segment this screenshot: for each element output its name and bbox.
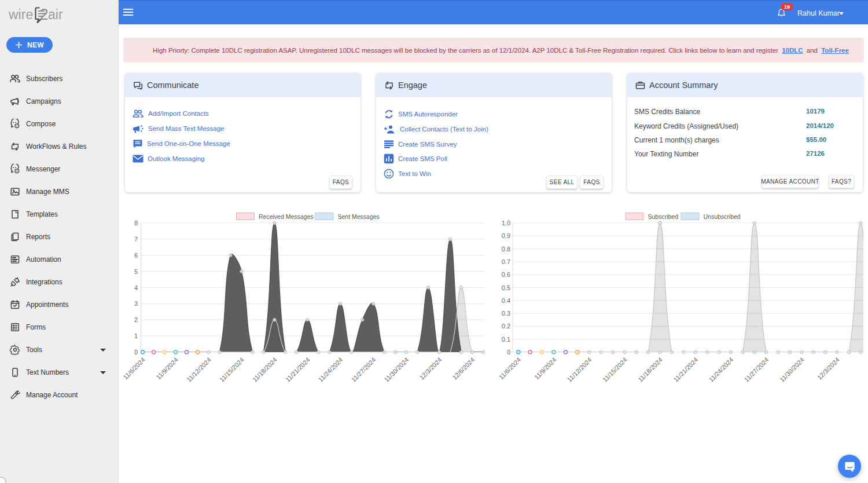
svg-text:12/3/2024: 12/3/2024: [418, 356, 443, 381]
svg-text:0.1: 0.1: [502, 336, 510, 343]
svg-text:7: 7: [134, 236, 138, 243]
svg-text:Sent Messages: Sent Messages: [338, 213, 380, 220]
svg-text:Subscribed: Subscribed: [648, 213, 679, 220]
svg-text:11/21/2024: 11/21/2024: [672, 356, 699, 383]
svg-text:12/6/2024: 12/6/2024: [451, 356, 476, 381]
svg-text:Unsubscribed: Unsubscribed: [704, 213, 741, 220]
svg-text:11/21/2024: 11/21/2024: [284, 356, 311, 383]
svg-text:11/30/2024: 11/30/2024: [778, 356, 806, 383]
svg-text:11/15/2024: 11/15/2024: [218, 356, 245, 383]
svg-text:0.8: 0.8: [502, 246, 510, 253]
svg-text:Received Messages: Received Messages: [259, 213, 314, 220]
svg-text:11/12/2024: 11/12/2024: [185, 356, 212, 383]
svg-text:1: 1: [134, 332, 138, 339]
svg-text:11/30/2024: 11/30/2024: [383, 356, 410, 383]
svg-text:11/15/2024: 11/15/2024: [601, 356, 628, 383]
svg-text:1.0: 1.0: [502, 219, 510, 226]
svg-text:4: 4: [134, 284, 138, 291]
svg-text:0: 0: [507, 349, 510, 356]
svg-text:11/6/2024: 11/6/2024: [498, 356, 523, 381]
svg-text:0.9: 0.9: [502, 232, 510, 239]
svg-text:3: 3: [134, 300, 138, 307]
svg-text:0.5: 0.5: [502, 284, 510, 291]
svg-text:0: 0: [134, 349, 138, 356]
svg-text:11/24/2024: 11/24/2024: [708, 356, 735, 383]
svg-text:0.6: 0.6: [502, 271, 510, 278]
svg-text:11/27/2024: 11/27/2024: [350, 356, 377, 383]
svg-text:0.2: 0.2: [502, 323, 510, 330]
svg-text:12/3/2024: 12/3/2024: [816, 356, 841, 381]
svg-text:11/9/2024: 11/9/2024: [533, 356, 558, 381]
svg-text:11/9/2024: 11/9/2024: [155, 356, 179, 381]
svg-text:11/27/2024: 11/27/2024: [743, 356, 770, 383]
svg-text:11/6/2024: 11/6/2024: [122, 356, 146, 381]
svg-text:0.4: 0.4: [502, 297, 510, 304]
svg-text:11/24/2024: 11/24/2024: [317, 356, 344, 383]
svg-text:6: 6: [134, 252, 138, 259]
svg-text:5: 5: [134, 268, 138, 275]
svg-text:2: 2: [134, 316, 138, 323]
svg-text:11/12/2024: 11/12/2024: [566, 356, 593, 383]
svg-text:11/18/2024: 11/18/2024: [637, 356, 664, 383]
svg-text:8: 8: [134, 219, 138, 226]
svg-text:0.3: 0.3: [502, 310, 510, 317]
svg-text:11/18/2024: 11/18/2024: [251, 356, 278, 383]
svg-text:0.7: 0.7: [502, 258, 510, 265]
